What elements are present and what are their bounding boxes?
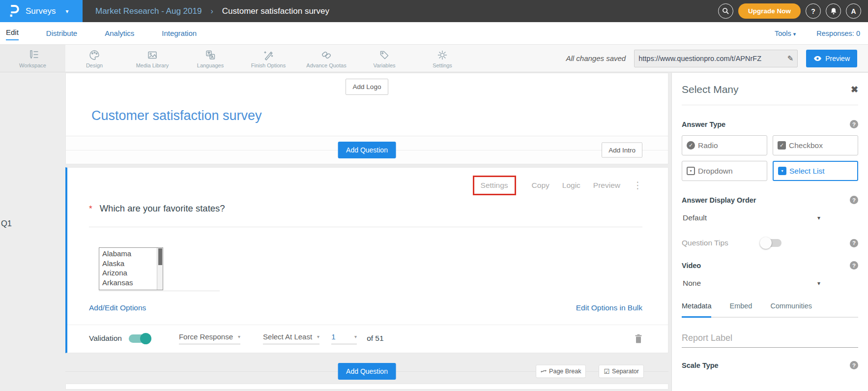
list-option[interactable]: Alabama [102, 249, 156, 259]
tab-communities[interactable]: Communities [770, 302, 812, 317]
preview-button[interactable]: Preview [806, 50, 857, 67]
copy-action[interactable]: Copy [532, 181, 550, 190]
toolbar-item-finish-options[interactable]: Finish Options [239, 45, 297, 72]
survey-url-field: ✎ [634, 50, 798, 67]
help-icon[interactable]: ? [850, 120, 858, 128]
add-question-footer: Add Question Page Break ☑ Separator [65, 363, 668, 379]
separator-button[interactable]: ☑ Separator [599, 364, 644, 378]
list-option[interactable]: Alaska [102, 259, 156, 269]
questionpro-logo-icon [9, 4, 19, 18]
question-mark-icon: ? [811, 7, 815, 15]
add-question-button-top[interactable]: Add Question [338, 142, 396, 158]
close-icon[interactable]: ✖ [851, 84, 858, 95]
report-label-input[interactable] [682, 333, 858, 348]
help-icon[interactable]: ? [850, 261, 858, 270]
bell-icon [830, 7, 837, 15]
help-icon[interactable]: ? [850, 196, 858, 204]
tab-distribute[interactable]: Distribute [46, 27, 77, 39]
add-question-band: Add Question Add Intro [65, 136, 668, 164]
video-select[interactable]: None ▾ [682, 279, 820, 288]
notifications-button[interactable] [826, 3, 841, 19]
toolbar-item-settings[interactable]: Settings [413, 45, 471, 72]
list-option[interactable]: Arizona [102, 268, 156, 278]
force-response-dropdown[interactable]: Force Response ▾ [179, 332, 240, 344]
list-option[interactable]: Arkansas [102, 278, 156, 288]
delete-question-button[interactable] [635, 334, 642, 343]
tab-integration[interactable]: Integration [162, 27, 197, 39]
next-section-card-edge [65, 384, 668, 390]
validation-label: Validation [89, 334, 122, 343]
survey-url-input[interactable] [638, 55, 787, 62]
top-bar: Surveys ▾ Market Research - Aug 2019 › C… [0, 0, 868, 22]
more-options-icon[interactable]: ⋮ [633, 182, 642, 189]
question-tips-toggle[interactable] [761, 239, 781, 247]
of-total-label: of 51 [367, 334, 383, 343]
tab-embed[interactable]: Embed [729, 302, 752, 317]
primary-nav: Edit Distribute Analytics Integration To… [0, 22, 868, 44]
edit-options-in-bulk-link[interactable]: Edit Options in Bulk [576, 303, 642, 312]
required-asterisk: * [89, 203, 92, 214]
responses-count[interactable]: Responses: 0 [816, 30, 860, 37]
select-list-preview[interactable]: Alabama Alaska Arizona Arkansas [99, 247, 163, 290]
logic-action[interactable]: Logic [562, 181, 580, 190]
question-text[interactable]: Which are your favorite states? [100, 203, 225, 214]
question-card: Settings Copy Logic Preview ⋮ * Which ar… [65, 167, 668, 353]
listbox-scrollbar[interactable] [157, 248, 163, 290]
help-icon[interactable]: ? [850, 239, 858, 247]
chevron-down-icon: ▾ [65, 8, 68, 15]
page-break-button[interactable]: Page Break [536, 364, 586, 378]
survey-title[interactable]: Customer satisfaction survey [66, 95, 668, 136]
toolbar-item-variables[interactable]: Variables [355, 45, 413, 72]
dropdown-icon: ▾ [687, 167, 695, 175]
search-button[interactable] [718, 3, 733, 19]
question-tips-label: Question Tips [682, 239, 728, 247]
eye-icon [813, 56, 822, 61]
preview-action[interactable]: Preview [593, 181, 620, 190]
select-list-icon: ▾ [778, 167, 786, 175]
toolbar-item-languages[interactable]: Languages [181, 45, 239, 72]
help-icon[interactable]: ? [850, 361, 858, 369]
account-avatar[interactable]: A [846, 3, 861, 19]
min-count-dropdown[interactable]: 1 ▾ [331, 332, 357, 344]
select-at-least-dropdown[interactable]: Select At Least ▾ [263, 332, 319, 344]
breadcrumb-current: Customer satisfaction survey [222, 6, 329, 16]
search-icon [722, 7, 729, 15]
answer-type-dropdown[interactable]: ▾ Dropdown [682, 161, 767, 181]
chevron-down-icon: ▾ [238, 334, 240, 339]
metadata-tabs: Metadata Embed Communities [682, 302, 858, 318]
settings-action-highlighted[interactable]: Settings [473, 176, 516, 195]
survey-header-card: Add Logo Customer satisfaction survey [65, 73, 668, 136]
answer-type-select-list[interactable]: ▾ Select List [773, 161, 858, 181]
tab-metadata[interactable]: Metadata [682, 302, 711, 318]
tab-analytics[interactable]: Analytics [105, 27, 134, 39]
toolbar-item-media-library[interactable]: Media Library [123, 45, 181, 72]
chevron-down-icon: ▾ [793, 31, 796, 37]
help-button[interactable]: ? [806, 3, 821, 19]
add-logo-button[interactable]: Add Logo [346, 79, 389, 95]
gear-icon [436, 49, 449, 61]
add-edit-options-link[interactable]: Add/Edit Options [89, 303, 146, 312]
upgrade-now-button[interactable]: Upgrade Now [738, 3, 801, 19]
palette-icon [88, 49, 101, 61]
answer-type-checkbox[interactable]: ✓ Checkbox [773, 135, 858, 155]
chevron-down-icon: ▾ [817, 280, 820, 287]
tag-icon [378, 49, 391, 61]
toolbar-item-workspace[interactable]: Workspace [0, 45, 65, 72]
answer-type-radio[interactable]: ✓ Radio [682, 135, 767, 155]
edit-url-icon[interactable]: ✎ [787, 54, 794, 63]
tab-edit[interactable]: Edit [6, 26, 19, 40]
display-order-select[interactable]: Default ▾ [682, 213, 820, 222]
checkbox-icon: ✓ [778, 141, 786, 150]
toolbar-item-advance-quotas[interactable]: Advance Quotas [297, 45, 355, 72]
question-settings-panel: Select Many ✖ Answer Type ? ✓ Radio ✓ Ch… [671, 73, 868, 391]
breadcrumb-folder[interactable]: Market Research - Aug 2019 [95, 6, 202, 16]
surveys-menu[interactable]: Surveys ▾ [0, 0, 83, 22]
add-intro-button[interactable]: Add Intro [602, 143, 642, 158]
tools-menu[interactable]: Tools ▾ [775, 30, 796, 37]
link-icon [320, 49, 333, 61]
toolbar-item-design[interactable]: Design [65, 45, 123, 72]
chevron-down-icon: ▾ [317, 334, 319, 339]
validation-toggle[interactable] [129, 334, 150, 343]
workspace-icon [27, 49, 39, 61]
add-question-button-bottom[interactable]: Add Question [338, 363, 396, 380]
